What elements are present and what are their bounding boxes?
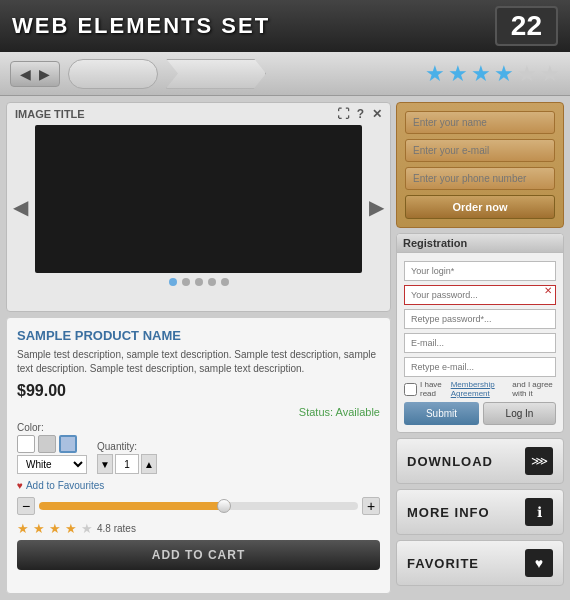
small-star-4: ★ xyxy=(65,521,77,536)
star-5: ★ xyxy=(517,61,537,87)
star-3: ★ xyxy=(471,61,491,87)
rating-text: 4.8 rates xyxy=(97,523,136,534)
dot-4[interactable] xyxy=(208,278,216,286)
star-4: ★ xyxy=(494,61,514,87)
agreement-row: I have read Membership Agreement and I a… xyxy=(404,380,556,398)
status-label: Status: xyxy=(299,406,333,418)
small-star-2: ★ xyxy=(33,521,45,536)
agreement-link[interactable]: Membership Agreement xyxy=(451,380,510,398)
favorite-button[interactable]: FAVORITE ♥ xyxy=(396,540,564,586)
quantity-option: Quantity: ▼ ▲ xyxy=(97,441,157,474)
retype-email-input[interactable] xyxy=(404,357,556,377)
nav-prev-button[interactable]: ◀ xyxy=(17,66,34,82)
slideshow-icons: ⛶ ? ✕ xyxy=(337,107,382,121)
order-phone-input[interactable] xyxy=(405,167,555,190)
login-button[interactable]: Log In xyxy=(483,402,556,425)
nav-arrows: ◀ ▶ xyxy=(10,61,60,87)
slider-minus-button[interactable]: − xyxy=(17,497,35,515)
swatch-gray[interactable] xyxy=(38,435,56,453)
qty-up-button[interactable]: ▲ xyxy=(141,454,157,474)
status-value: Available xyxy=(336,406,380,418)
dot-1[interactable] xyxy=(169,278,177,286)
password-input[interactable] xyxy=(404,285,556,305)
close-icon[interactable]: ✕ xyxy=(372,107,382,121)
registration-title: Registration xyxy=(397,234,563,253)
header-badge: 22 xyxy=(495,6,558,46)
product-options: Color: White Quantity: ▼ ▲ xyxy=(17,422,380,474)
slideshow-titlebar: IMAGE TITLE ⛶ ? ✕ xyxy=(7,103,390,125)
retype-password-input[interactable] xyxy=(404,309,556,329)
slide-next-button[interactable]: ▶ xyxy=(369,195,384,219)
product-description: Sample test description, sample text des… xyxy=(17,348,380,376)
add-to-cart-button[interactable]: ADD TO CART xyxy=(17,540,380,570)
order-now-button[interactable]: Order now xyxy=(405,195,555,219)
download-icon: ⋙ xyxy=(525,447,553,475)
slider-row: − + xyxy=(17,497,380,515)
download-label: DOWNLOAD xyxy=(407,454,493,469)
qty-input[interactable] xyxy=(115,454,139,474)
add-to-favourites-link[interactable]: ♥ Add to Favourites xyxy=(17,480,380,491)
order-email-input[interactable] xyxy=(405,139,555,162)
small-star-1: ★ xyxy=(17,521,29,536)
header: WEB ELEMENTS SET 22 xyxy=(0,0,570,52)
heart-icon: ♥ xyxy=(17,480,23,491)
color-label: Color: xyxy=(17,422,87,433)
nav-pill xyxy=(68,59,158,89)
favorite-heart-icon: ♥ xyxy=(525,549,553,577)
swatch-white[interactable] xyxy=(17,435,35,453)
info-icon: ℹ xyxy=(525,498,553,526)
product-name: SAMPLE PRODUCT NAME xyxy=(17,328,380,343)
registration-panel: Registration ✕ I have read Membership Ag… xyxy=(396,233,564,433)
color-option: Color: White xyxy=(17,422,87,474)
agreement-post: and I agree with it xyxy=(512,380,556,398)
download-button[interactable]: DOWNLOAD ⋙ xyxy=(396,438,564,484)
header-title: WEB ELEMENTS SET xyxy=(12,13,495,39)
slider-track[interactable] xyxy=(39,502,358,510)
slide-prev-button[interactable]: ◀ xyxy=(13,195,28,219)
dot-2[interactable] xyxy=(182,278,190,286)
agreement-checkbox[interactable] xyxy=(404,383,417,396)
rating-row: ★ ★ ★ ★ ★ 4.8 rates xyxy=(17,521,380,536)
small-star-3: ★ xyxy=(49,521,61,536)
password-error-icon: ✕ xyxy=(544,285,552,296)
agreement-pre: I have read xyxy=(420,380,448,398)
quantity-stepper: ▼ ▲ xyxy=(97,454,157,474)
email-input[interactable] xyxy=(404,333,556,353)
slideshow-dots xyxy=(7,278,390,286)
star-1: ★ xyxy=(425,61,445,87)
product-price: $99.00 xyxy=(17,382,380,400)
left-panel: IMAGE TITLE ⛶ ? ✕ ◀ ▶ SAMPLE PRODUCT NAM… xyxy=(6,102,391,594)
slider-plus-button[interactable]: + xyxy=(362,497,380,515)
navbar-stars: ★ ★ ★ ★ ★ ★ xyxy=(425,61,560,87)
nav-next-button[interactable]: ▶ xyxy=(36,66,53,82)
favorite-label: FAVORITE xyxy=(407,556,479,571)
favourites-label: Add to Favourites xyxy=(26,480,104,491)
product-status: Status: Available xyxy=(17,406,380,418)
quantity-label: Quantity: xyxy=(97,441,157,452)
help-icon[interactable]: ? xyxy=(357,107,364,121)
order-name-input[interactable] xyxy=(405,111,555,134)
qty-down-button[interactable]: ▼ xyxy=(97,454,113,474)
fullscreen-icon[interactable]: ⛶ xyxy=(337,107,349,121)
star-6: ★ xyxy=(540,61,560,87)
submit-button[interactable]: Submit xyxy=(404,402,479,425)
navbar: ◀ ▶ ★ ★ ★ ★ ★ ★ xyxy=(0,52,570,96)
dot-3[interactable] xyxy=(195,278,203,286)
swatch-blue[interactable] xyxy=(59,435,77,453)
order-form: Order now xyxy=(396,102,564,228)
color-swatches xyxy=(17,435,87,453)
registration-buttons: Submit Log In xyxy=(404,402,556,425)
slider-thumb[interactable] xyxy=(217,499,231,513)
right-panel: Order now Registration ✕ I have read Mem… xyxy=(396,102,564,594)
small-star-5: ★ xyxy=(81,521,93,536)
main-content: IMAGE TITLE ⛶ ? ✕ ◀ ▶ SAMPLE PRODUCT NAM… xyxy=(0,96,570,600)
color-select[interactable]: White xyxy=(17,455,87,474)
star-2: ★ xyxy=(448,61,468,87)
more-info-label: MORE INFO xyxy=(407,505,490,520)
login-input[interactable] xyxy=(404,261,556,281)
slideshow-image xyxy=(35,125,362,273)
more-info-button[interactable]: MORE INFO ℹ xyxy=(396,489,564,535)
slideshow: IMAGE TITLE ⛶ ? ✕ ◀ ▶ xyxy=(6,102,391,312)
dot-5[interactable] xyxy=(221,278,229,286)
nav-chevron xyxy=(166,59,266,89)
